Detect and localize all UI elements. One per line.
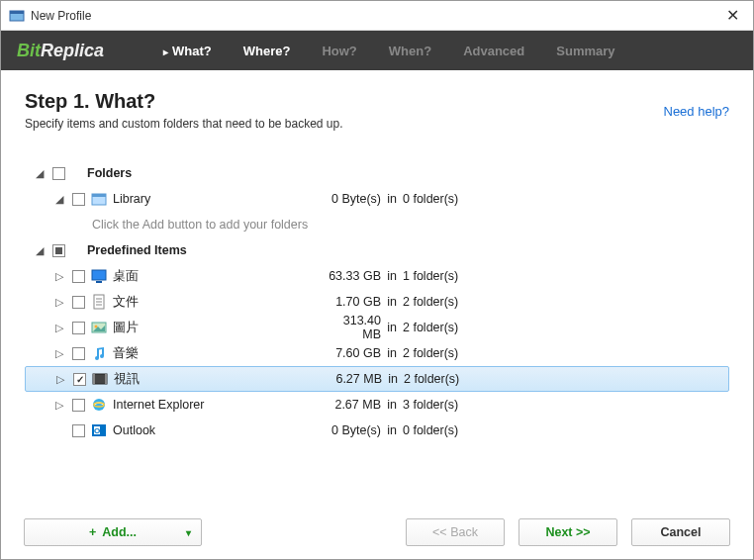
help-link[interactable]: Need help? — [664, 104, 730, 119]
library-label: Library — [113, 192, 150, 206]
nav-tabs: ▸What? Where? How? When? Advanced Summar… — [163, 44, 615, 58]
window-title: New Profile — [31, 9, 720, 23]
ie-icon — [91, 397, 107, 413]
library-in: in — [381, 192, 403, 206]
step-description: Specify items and custom folders that ne… — [25, 117, 343, 131]
tab-when[interactable]: When? — [389, 44, 431, 58]
tab-how[interactable]: How? — [322, 44, 356, 58]
svg-rect-13 — [93, 374, 95, 384]
item-folders: 0 folder(s) — [403, 423, 462, 437]
triangle-icon: ▸ — [163, 47, 168, 57]
predefined-header-row: ◢ Predefined Items — [25, 237, 729, 263]
tree-item-row[interactable]: ▷視訊6.27 MBin2 folder(s) — [25, 366, 729, 392]
item-in: in — [382, 372, 404, 386]
item-folders: 2 folder(s) — [403, 346, 462, 360]
svg-rect-14 — [105, 374, 107, 384]
item-in: in — [381, 346, 403, 360]
hint-text: Click the Add button to add your folders — [92, 218, 308, 232]
add-button[interactable]: + Add... ▾ — [24, 518, 202, 546]
expander-icon[interactable]: ▷ — [54, 323, 64, 332]
library-checkbox[interactable] — [72, 193, 85, 206]
item-checkbox[interactable] — [72, 270, 85, 283]
logo: BitReplica — [17, 41, 104, 61]
pictures-icon — [91, 320, 107, 335]
item-folders: 2 folder(s) — [403, 295, 462, 309]
tree-item-row[interactable]: ▷Internet Explorer2.67 MBin3 folder(s) — [25, 392, 729, 418]
predefined-label: Predefined Items — [87, 243, 187, 257]
expander-icon[interactable]: ▷ — [55, 374, 65, 384]
expander-icon[interactable]: ◢ — [35, 245, 45, 255]
folders-label: Folders — [87, 166, 132, 180]
titlebar: New Profile ✕ — [1, 1, 753, 31]
item-size: 7.60 GB — [322, 346, 381, 360]
item-folders: 3 folder(s) — [403, 398, 462, 412]
item-in: in — [381, 423, 403, 437]
expander-icon[interactable]: ▷ — [54, 348, 64, 358]
library-folders: 0 folder(s) — [403, 192, 462, 206]
item-label: 視訊 — [114, 371, 140, 388]
library-row[interactable]: ◢ Library 0 Byte(s) in 0 folder(s) — [25, 186, 729, 212]
folders-header-row: ◢ Folders — [25, 160, 729, 186]
app-icon — [9, 8, 25, 24]
tree-item-row[interactable]: ▷桌面63.33 GBin1 folder(s) — [25, 263, 729, 289]
tab-where[interactable]: Where? — [243, 44, 291, 58]
item-size: 1.70 GB — [322, 295, 381, 309]
predefined-checkbox[interactable] — [52, 244, 65, 257]
item-checkbox[interactable] — [72, 424, 85, 437]
close-icon[interactable]: ✕ — [720, 6, 745, 25]
item-checkbox[interactable] — [72, 322, 85, 334]
svg-rect-4 — [92, 270, 106, 280]
svg-rect-5 — [96, 281, 102, 283]
videos-icon — [92, 371, 108, 387]
item-label: 文件 — [113, 294, 139, 311]
item-in: in — [381, 269, 403, 283]
plus-icon: + — [89, 525, 96, 539]
expander-icon[interactable]: ▷ — [54, 271, 64, 281]
cancel-button[interactable]: Cancel — [631, 518, 730, 546]
dropdown-icon: ▾ — [186, 527, 191, 538]
item-folders: 2 folder(s) — [404, 372, 463, 386]
tree-item-row[interactable]: ▷文件1.70 GBin2 folder(s) — [25, 289, 729, 315]
button-bar: + Add... ▾ << Back Next >> Cancel — [0, 518, 754, 546]
tab-what[interactable]: ▸What? — [163, 44, 212, 58]
step-title: Step 1. What? — [25, 90, 343, 113]
tree-item-row[interactable]: OOutlook0 Byte(s)in0 folder(s) — [25, 418, 729, 443]
item-label: Internet Explorer — [113, 398, 204, 412]
svg-rect-12 — [93, 374, 107, 384]
tree: ◢ Folders ◢ Library 0 Byte(s) in 0 folde… — [25, 160, 729, 443]
tab-summary[interactable]: Summary — [556, 44, 614, 58]
folders-checkbox[interactable] — [52, 167, 65, 180]
item-checkbox[interactable] — [72, 347, 85, 360]
item-label: 圖片 — [113, 320, 139, 336]
item-size: 0 Byte(s) — [322, 423, 381, 437]
item-in: in — [381, 321, 403, 334]
expander-icon[interactable]: ▷ — [54, 297, 64, 307]
item-size: 2.67 MB — [322, 398, 381, 412]
expander-icon[interactable]: ◢ — [35, 168, 45, 178]
item-folders: 2 folder(s) — [403, 321, 462, 334]
svg-rect-3 — [92, 194, 106, 197]
documents-icon — [91, 294, 107, 310]
item-checkbox[interactable] — [72, 399, 85, 412]
svg-text:O: O — [94, 426, 100, 435]
item-size: 313.40 MB — [322, 314, 381, 341]
expander-icon[interactable]: ◢ — [54, 194, 64, 204]
tree-item-row[interactable]: ▷音樂7.60 GBin2 folder(s) — [25, 340, 729, 366]
expander-icon[interactable]: ▷ — [54, 400, 64, 410]
item-folders: 1 folder(s) — [403, 269, 462, 283]
music-icon — [91, 345, 107, 361]
item-checkbox[interactable] — [72, 296, 85, 309]
item-size: 63.33 GB — [322, 269, 381, 283]
svg-rect-1 — [10, 11, 24, 14]
back-button[interactable]: << Back — [406, 518, 505, 546]
item-checkbox[interactable] — [73, 373, 86, 386]
item-label: Outlook — [113, 423, 155, 437]
content: Step 1. What? Specify items and custom f… — [1, 70, 753, 496]
next-button[interactable]: Next >> — [518, 518, 617, 546]
item-label: 桌面 — [113, 268, 139, 285]
tree-item-row[interactable]: ▷圖片313.40 MBin2 folder(s) — [25, 315, 729, 340]
item-size: 6.27 MB — [323, 372, 382, 386]
tab-advanced[interactable]: Advanced — [463, 44, 524, 58]
item-in: in — [381, 295, 403, 309]
item-label: 音樂 — [113, 345, 139, 362]
